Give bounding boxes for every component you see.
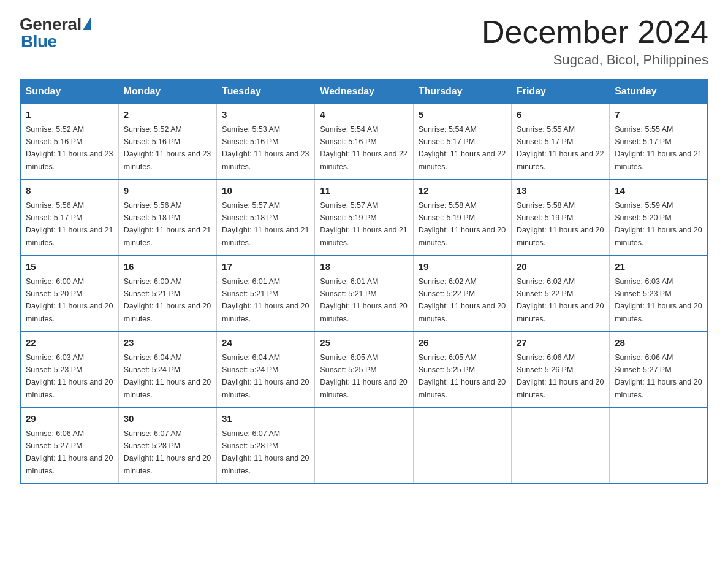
day-info: Sunrise: 6:02 AMSunset: 5:22 PMDaylight:… xyxy=(517,277,604,323)
calendar-cell: 19 Sunrise: 6:02 AMSunset: 5:22 PMDaylig… xyxy=(413,256,511,332)
calendar-cell xyxy=(413,408,511,484)
day-info: Sunrise: 5:55 AMSunset: 5:17 PMDaylight:… xyxy=(517,125,604,171)
day-number: 6 xyxy=(517,108,604,122)
day-number: 19 xyxy=(419,260,506,274)
calendar-cell: 14 Sunrise: 5:59 AMSunset: 5:20 PMDaylig… xyxy=(610,180,708,256)
day-number: 10 xyxy=(222,184,309,198)
day-number: 26 xyxy=(419,336,506,350)
day-info: Sunrise: 5:56 AMSunset: 5:17 PMDaylight:… xyxy=(26,201,113,247)
day-info: Sunrise: 6:00 AMSunset: 5:21 PMDaylight:… xyxy=(124,277,211,323)
header-day-thursday: Thursday xyxy=(413,80,511,104)
calendar-week-3: 15 Sunrise: 6:00 AMSunset: 5:20 PMDaylig… xyxy=(20,256,708,332)
day-info: Sunrise: 5:54 AMSunset: 5:16 PMDaylight:… xyxy=(320,125,407,171)
calendar-cell: 31 Sunrise: 6:07 AMSunset: 5:28 PMDaylig… xyxy=(217,408,315,484)
day-info: Sunrise: 6:06 AMSunset: 5:27 PMDaylight:… xyxy=(26,429,113,475)
day-number: 21 xyxy=(615,260,702,274)
day-info: Sunrise: 6:04 AMSunset: 5:24 PMDaylight:… xyxy=(222,353,309,399)
calendar-cell: 21 Sunrise: 6:03 AMSunset: 5:23 PMDaylig… xyxy=(610,256,708,332)
day-info: Sunrise: 6:00 AMSunset: 5:20 PMDaylight:… xyxy=(26,277,113,323)
calendar-cell: 24 Sunrise: 6:04 AMSunset: 5:24 PMDaylig… xyxy=(217,332,315,408)
calendar-cell: 11 Sunrise: 5:57 AMSunset: 5:19 PMDaylig… xyxy=(315,180,413,256)
day-info: Sunrise: 5:58 AMSunset: 5:19 PMDaylight:… xyxy=(517,201,604,247)
day-number: 24 xyxy=(222,336,309,350)
day-number: 1 xyxy=(26,108,113,122)
calendar-cell: 10 Sunrise: 5:57 AMSunset: 5:18 PMDaylig… xyxy=(217,180,315,256)
day-number: 8 xyxy=(26,184,113,198)
calendar-cell: 16 Sunrise: 6:00 AMSunset: 5:21 PMDaylig… xyxy=(118,256,216,332)
day-info: Sunrise: 6:05 AMSunset: 5:25 PMDaylight:… xyxy=(419,353,506,399)
day-number: 18 xyxy=(320,260,408,274)
title-section: December 2024 Sugcad, Bicol, Philippines xyxy=(482,15,708,68)
header-row: SundayMondayTuesdayWednesdayThursdayFrid… xyxy=(20,80,708,104)
calendar-week-2: 8 Sunrise: 5:56 AMSunset: 5:17 PMDayligh… xyxy=(20,180,708,256)
calendar-week-5: 29 Sunrise: 6:06 AMSunset: 5:27 PMDaylig… xyxy=(20,408,708,484)
day-number: 31 xyxy=(222,412,309,426)
day-number: 30 xyxy=(124,412,211,426)
day-number: 20 xyxy=(517,260,604,274)
day-number: 3 xyxy=(222,108,309,122)
day-info: Sunrise: 6:03 AMSunset: 5:23 PMDaylight:… xyxy=(615,277,702,323)
calendar-title: December 2024 xyxy=(482,15,708,50)
header-day-monday: Monday xyxy=(118,80,216,104)
header-day-tuesday: Tuesday xyxy=(217,80,315,104)
day-number: 14 xyxy=(615,184,702,198)
calendar-cell: 6 Sunrise: 5:55 AMSunset: 5:17 PMDayligh… xyxy=(511,104,609,180)
day-number: 25 xyxy=(320,336,408,350)
day-number: 4 xyxy=(320,108,408,122)
calendar-cell xyxy=(315,408,413,484)
calendar-cell: 2 Sunrise: 5:52 AMSunset: 5:16 PMDayligh… xyxy=(118,104,216,180)
day-info: Sunrise: 5:58 AMSunset: 5:19 PMDaylight:… xyxy=(419,201,506,247)
header-day-wednesday: Wednesday xyxy=(315,80,413,104)
calendar-cell: 5 Sunrise: 5:54 AMSunset: 5:17 PMDayligh… xyxy=(413,104,511,180)
logo-triangle-icon xyxy=(83,17,91,30)
calendar-week-4: 22 Sunrise: 6:03 AMSunset: 5:23 PMDaylig… xyxy=(20,332,708,408)
calendar-cell: 8 Sunrise: 5:56 AMSunset: 5:17 PMDayligh… xyxy=(20,180,118,256)
day-info: Sunrise: 6:06 AMSunset: 5:26 PMDaylight:… xyxy=(517,353,604,399)
day-number: 27 xyxy=(517,336,604,350)
calendar-body: 1 Sunrise: 5:52 AMSunset: 5:16 PMDayligh… xyxy=(20,104,708,484)
calendar-cell: 28 Sunrise: 6:06 AMSunset: 5:27 PMDaylig… xyxy=(610,332,708,408)
day-number: 7 xyxy=(615,108,702,122)
header-day-friday: Friday xyxy=(511,80,609,104)
day-info: Sunrise: 5:52 AMSunset: 5:16 PMDaylight:… xyxy=(124,125,211,171)
day-info: Sunrise: 5:55 AMSunset: 5:17 PMDaylight:… xyxy=(615,125,702,171)
day-info: Sunrise: 6:05 AMSunset: 5:25 PMDaylight:… xyxy=(320,353,407,399)
calendar-cell: 20 Sunrise: 6:02 AMSunset: 5:22 PMDaylig… xyxy=(511,256,609,332)
calendar-cell: 12 Sunrise: 5:58 AMSunset: 5:19 PMDaylig… xyxy=(413,180,511,256)
day-number: 22 xyxy=(26,336,113,350)
day-info: Sunrise: 5:56 AMSunset: 5:18 PMDaylight:… xyxy=(124,201,211,247)
calendar-cell: 17 Sunrise: 6:01 AMSunset: 5:21 PMDaylig… xyxy=(217,256,315,332)
calendar-cell: 29 Sunrise: 6:06 AMSunset: 5:27 PMDaylig… xyxy=(20,408,118,484)
calendar-cell: 30 Sunrise: 6:07 AMSunset: 5:28 PMDaylig… xyxy=(118,408,216,484)
day-number: 17 xyxy=(222,260,309,274)
calendar-cell: 3 Sunrise: 5:53 AMSunset: 5:16 PMDayligh… xyxy=(217,104,315,180)
day-info: Sunrise: 6:01 AMSunset: 5:21 PMDaylight:… xyxy=(320,277,407,323)
calendar-header: SundayMondayTuesdayWednesdayThursdayFrid… xyxy=(20,80,708,104)
logo-blue-text: Blue xyxy=(21,32,57,52)
day-info: Sunrise: 5:59 AMSunset: 5:20 PMDaylight:… xyxy=(615,201,702,247)
day-info: Sunrise: 5:54 AMSunset: 5:17 PMDaylight:… xyxy=(419,125,506,171)
calendar-cell: 4 Sunrise: 5:54 AMSunset: 5:16 PMDayligh… xyxy=(315,104,413,180)
page-header: General Blue December 2024 Sugcad, Bicol… xyxy=(20,15,708,68)
day-info: Sunrise: 6:03 AMSunset: 5:23 PMDaylight:… xyxy=(26,353,113,399)
day-number: 9 xyxy=(124,184,211,198)
day-info: Sunrise: 5:53 AMSunset: 5:16 PMDaylight:… xyxy=(222,125,309,171)
day-info: Sunrise: 6:07 AMSunset: 5:28 PMDaylight:… xyxy=(222,429,309,475)
calendar-cell: 22 Sunrise: 6:03 AMSunset: 5:23 PMDaylig… xyxy=(20,332,118,408)
day-info: Sunrise: 6:01 AMSunset: 5:21 PMDaylight:… xyxy=(222,277,309,323)
calendar-cell: 13 Sunrise: 5:58 AMSunset: 5:19 PMDaylig… xyxy=(511,180,609,256)
calendar-cell: 1 Sunrise: 5:52 AMSunset: 5:16 PMDayligh… xyxy=(20,104,118,180)
day-number: 29 xyxy=(26,412,113,426)
day-number: 12 xyxy=(419,184,506,198)
day-number: 23 xyxy=(124,336,211,350)
day-number: 15 xyxy=(26,260,113,274)
day-info: Sunrise: 6:06 AMSunset: 5:27 PMDaylight:… xyxy=(615,353,702,399)
calendar-table: SundayMondayTuesdayWednesdayThursdayFrid… xyxy=(20,79,708,484)
day-number: 2 xyxy=(124,108,211,122)
calendar-cell: 9 Sunrise: 5:56 AMSunset: 5:18 PMDayligh… xyxy=(118,180,216,256)
header-day-saturday: Saturday xyxy=(610,80,708,104)
calendar-cell xyxy=(610,408,708,484)
day-number: 11 xyxy=(320,184,408,198)
day-info: Sunrise: 6:07 AMSunset: 5:28 PMDaylight:… xyxy=(124,429,211,475)
calendar-week-1: 1 Sunrise: 5:52 AMSunset: 5:16 PMDayligh… xyxy=(20,104,708,180)
